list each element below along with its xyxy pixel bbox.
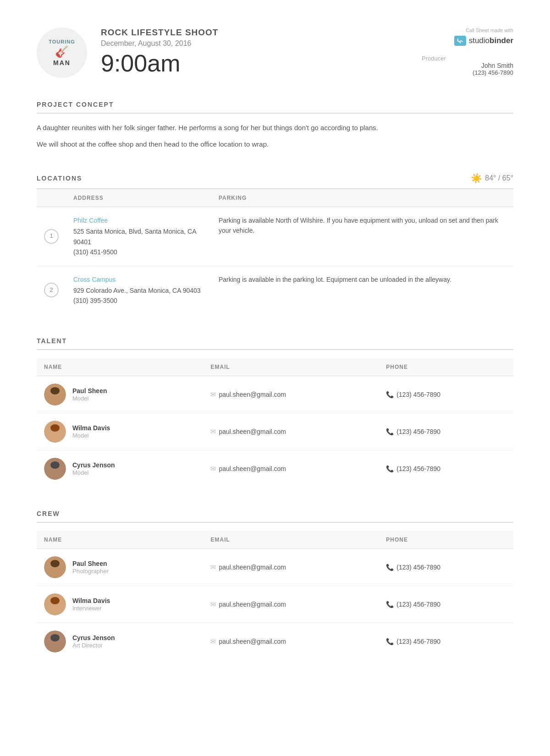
- person-role: Interviewer: [72, 605, 102, 612]
- crew-table-header: NAME EMAIL PHONE: [37, 531, 513, 549]
- person-name: Cyrus Jenson: [72, 634, 115, 641]
- person-email-cell: ✉paul.sheen@gmail.com: [203, 450, 379, 487]
- loc-name: Philz Coffee: [73, 215, 204, 225]
- weather-info: ☀️ 84° / 65°: [471, 173, 513, 184]
- producer-name: John Smith: [422, 62, 513, 69]
- sb-name: studiobinder: [469, 36, 513, 45]
- person-name: Paul Sheen: [72, 560, 109, 567]
- email-icon: ✉: [210, 638, 216, 645]
- concept-text2: We will shoot at the coffee shop and the…: [37, 138, 513, 150]
- talent-section: TALENT NAME EMAIL PHONE Paul Sheen: [37, 337, 513, 487]
- locations-header: LOCATIONS ☀️ 84° / 65°: [37, 173, 513, 189]
- person-info: Cyrus Jenson Model: [72, 461, 115, 476]
- studiobinder-logo: studiobinder: [422, 36, 513, 46]
- loc-number: 1: [44, 229, 59, 244]
- email-icon: ✉: [210, 601, 216, 608]
- talent-col-email: EMAIL: [203, 358, 379, 376]
- loc-address-cell: Cross Campus 929 Colorado Ave., Santa Mo…: [66, 266, 211, 314]
- avatar: [44, 630, 66, 652]
- phone-icon: 📞: [386, 428, 394, 435]
- person-cell: Wilma Davis Interviewer: [44, 593, 196, 615]
- person-name-cell: Paul Sheen Model: [37, 376, 203, 413]
- table-row: Paul Sheen Photographer ✉paul.sheen@gmai…: [37, 548, 513, 586]
- loc-name: Cross Campus: [73, 274, 204, 285]
- person-name: Wilma Davis: [72, 597, 110, 604]
- person-info: Paul Sheen Photographer: [72, 560, 109, 575]
- crew-title: CREW: [37, 510, 513, 523]
- avatar: [44, 556, 66, 578]
- svg-point-8: [49, 433, 61, 443]
- phone-icon: 📞: [386, 601, 394, 608]
- person-email-cell: ✉paul.sheen@gmail.com: [203, 548, 379, 586]
- person-role: Model: [72, 432, 88, 439]
- logo-line2: MAN: [53, 59, 71, 66]
- loc-col-number: [37, 189, 66, 207]
- svg-point-3: [50, 387, 60, 394]
- brand-logo: TOURING 🎸 MAN: [37, 27, 87, 78]
- person-phone-cell: 📞(123) 456-7890: [379, 450, 513, 487]
- person-role: Art Director: [72, 642, 103, 649]
- phone-icon: 📞: [386, 638, 394, 645]
- shoot-time: 9:00am: [101, 51, 422, 75]
- shoot-title: ROCK LIFESTYLE SHOOT: [101, 27, 422, 38]
- person-name: Wilma Davis: [72, 424, 110, 432]
- loc-number-cell: 2: [37, 266, 66, 314]
- crew-col-phone: PHONE: [379, 531, 513, 549]
- person-cell: Wilma Davis Model: [44, 421, 196, 443]
- svg-point-20: [49, 606, 61, 615]
- phone-icon: 📞: [386, 391, 394, 398]
- locations-table-header: ADDRESS PARKING: [37, 189, 513, 207]
- phone-icon: 📞: [386, 465, 394, 472]
- person-info: Cyrus Jenson Art Director: [72, 634, 115, 649]
- locations-table: ADDRESS PARKING 1 Philz Coffee 525 Santa…: [37, 189, 513, 314]
- phone-icon: 📞: [386, 564, 394, 571]
- person-role: Model: [72, 395, 88, 402]
- crew-table: NAME EMAIL PHONE Paul Sheen Photographer: [37, 531, 513, 660]
- table-row: Cyrus Jenson Art Director ✉paul.sheen@gm…: [37, 623, 513, 660]
- talent-col-name: NAME: [37, 358, 203, 376]
- email-icon: ✉: [210, 428, 216, 435]
- person-name-cell: Wilma Davis Model: [37, 413, 203, 450]
- sb-icon: [454, 36, 466, 46]
- producer-label: Producer: [422, 55, 513, 62]
- email-icon: ✉: [210, 564, 216, 571]
- locations-section: LOCATIONS ☀️ 84° / 65° ADDRESS PARKING 1…: [37, 173, 513, 314]
- guitar-icon: 🎸: [55, 45, 69, 58]
- person-name: Cyrus Jenson: [72, 461, 115, 469]
- table-row: Wilma Davis Interviewer ✉paul.sheen@gmai…: [37, 586, 513, 623]
- loc-number: 2: [44, 283, 59, 297]
- person-email-cell: ✉paul.sheen@gmail.com: [203, 376, 379, 413]
- header: TOURING 🎸 MAN ROCK LIFESTYLE SHOOT Decem…: [37, 27, 513, 78]
- person-phone-cell: 📞(123) 456-7890: [379, 623, 513, 660]
- location-row: 2 Cross Campus 929 Colorado Ave., Santa …: [37, 266, 513, 314]
- weather-icon: ☀️: [471, 173, 482, 184]
- shoot-info: ROCK LIFESTYLE SHOOT December, August 30…: [101, 27, 422, 75]
- person-info: Paul Sheen Model: [72, 387, 107, 402]
- svg-point-7: [50, 424, 60, 432]
- concept-text1: A daughter reunites with her folk singer…: [37, 122, 513, 134]
- project-concept-title: PROJECT CONCEPT: [37, 101, 513, 114]
- svg-point-23: [50, 634, 60, 641]
- svg-point-0: [459, 42, 461, 44]
- crew-col-email: EMAIL: [203, 531, 379, 549]
- person-name-cell: Wilma Davis Interviewer: [37, 586, 203, 623]
- table-row: Cyrus Jenson Model ✉paul.sheen@gmail.com…: [37, 450, 513, 487]
- logo-line1: TOURING: [49, 39, 75, 44]
- svg-point-19: [50, 597, 60, 604]
- person-phone-cell: 📞(123) 456-7890: [379, 586, 513, 623]
- avatar: [44, 593, 66, 615]
- loc-col-parking: PARKING: [211, 189, 513, 207]
- talent-table: NAME EMAIL PHONE Paul Sheen Model: [37, 358, 513, 487]
- svg-point-12: [49, 471, 61, 480]
- talent-table-header: NAME EMAIL PHONE: [37, 358, 513, 376]
- project-concept-section: PROJECT CONCEPT A daughter reunites with…: [37, 101, 513, 150]
- person-cell: Paul Sheen Photographer: [44, 556, 196, 578]
- avatar: [44, 458, 66, 480]
- person-role: Photographer: [72, 568, 109, 575]
- person-cell: Paul Sheen Model: [44, 383, 196, 405]
- svg-point-11: [50, 461, 60, 469]
- loc-address-cell: Philz Coffee 525 Santa Monica, Blvd, San…: [66, 207, 211, 266]
- producer-phone: (123) 456-7890: [422, 69, 513, 76]
- shoot-date: December, August 30, 2016: [101, 39, 422, 48]
- svg-point-15: [50, 560, 60, 567]
